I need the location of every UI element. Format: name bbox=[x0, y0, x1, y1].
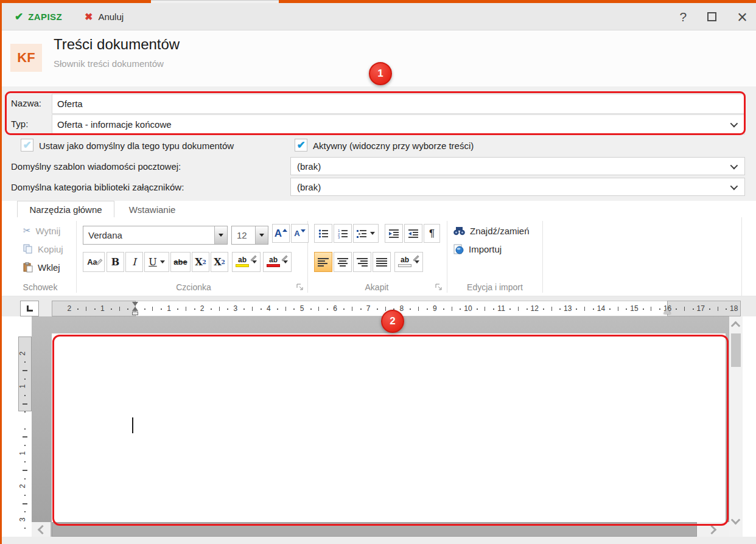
dropdown-arrow-icon bbox=[252, 260, 257, 263]
active-checkbox[interactable]: ✔ bbox=[295, 139, 307, 152]
v-scroll-down[interactable] bbox=[731, 515, 741, 525]
shrink-font-icon: A bbox=[294, 229, 299, 238]
shrink-font-button[interactable]: A bbox=[291, 224, 309, 243]
copy-button[interactable]: Kopiuj bbox=[22, 241, 65, 257]
cancel-button[interactable]: ✖ Anuluj bbox=[80, 3, 128, 30]
decrease-indent-button[interactable] bbox=[385, 224, 403, 243]
dropdown-arrow-icon bbox=[370, 232, 375, 235]
font-family-combo[interactable]: Verdana bbox=[83, 226, 228, 245]
h-scrollbar[interactable] bbox=[32, 522, 729, 537]
ribbon-right-border bbox=[741, 217, 742, 296]
save-check-icon: ✔ bbox=[15, 10, 23, 23]
tab-selector-button[interactable] bbox=[20, 301, 39, 316]
increase-indent-icon bbox=[408, 229, 419, 239]
check-icon: ✔ bbox=[296, 139, 305, 152]
h-ruler[interactable]: 21123456789101112131415161718 bbox=[52, 301, 740, 316]
v-scroll-up[interactable] bbox=[731, 321, 741, 331]
clipboard-group-label: Schowek bbox=[13, 282, 68, 292]
font-group-label: Czcionka bbox=[148, 282, 239, 292]
h-scroll-left-btn[interactable] bbox=[32, 522, 51, 537]
pilcrow-button[interactable]: ¶ bbox=[424, 224, 440, 243]
indent-marker[interactable] bbox=[131, 302, 139, 316]
font-color-button[interactable]: ab bbox=[263, 252, 292, 272]
attachment-category-value: (brak) bbox=[297, 182, 321, 192]
underline-button[interactable]: U bbox=[144, 252, 169, 272]
superscript-button[interactable]: X2 bbox=[211, 252, 228, 272]
align-center-button[interactable] bbox=[334, 252, 352, 272]
dropdown-arrow-icon[interactable] bbox=[255, 226, 268, 244]
align-left-button[interactable] bbox=[314, 252, 332, 272]
dropdown-arrow-icon bbox=[415, 260, 419, 263]
font-family-value: Verdana bbox=[83, 230, 214, 240]
import-button[interactable]: Importuj bbox=[452, 241, 503, 257]
dropdown-arrow-icon bbox=[283, 260, 288, 263]
v-ruler-margin-top bbox=[18, 337, 32, 411]
v-ruler[interactable]: 21123 bbox=[17, 316, 33, 538]
shading-button[interactable]: ab bbox=[394, 252, 423, 272]
tab-home[interactable]: Narzędzia główne bbox=[17, 201, 114, 218]
import-label: Importuj bbox=[469, 244, 502, 254]
italic-button[interactable]: I bbox=[125, 252, 143, 272]
name-input[interactable]: Oferta bbox=[52, 94, 745, 114]
align-right-button[interactable] bbox=[353, 252, 371, 272]
justify-button[interactable] bbox=[373, 252, 391, 272]
chevron-down-icon bbox=[730, 161, 738, 169]
copy-label: Kopiuj bbox=[38, 244, 63, 254]
cut-button[interactable]: ✂ Wytnij bbox=[22, 223, 61, 239]
group-separator bbox=[542, 221, 543, 293]
right-indent-marker[interactable] bbox=[663, 309, 671, 314]
clear-formatting-icon: Aa bbox=[87, 257, 97, 267]
maximize-button[interactable] bbox=[707, 12, 716, 21]
find-replace-button[interactable]: Znajdź/zamień bbox=[452, 223, 531, 239]
align-center-icon bbox=[337, 258, 348, 267]
group-separator bbox=[447, 221, 447, 293]
close-button[interactable]: × bbox=[737, 11, 747, 23]
subscript-icon: X bbox=[195, 256, 202, 268]
type-select[interactable]: Oferta - informacje końcowe bbox=[52, 114, 745, 134]
font-dialog-launcher[interactable] bbox=[296, 284, 304, 291]
chevron-down-icon bbox=[730, 182, 738, 190]
copy-icon bbox=[23, 244, 33, 254]
down-triangle-icon bbox=[301, 229, 306, 232]
ribbon: ✂ Wytnij Kopiuj Wklej Schowek Verdana 12… bbox=[2, 217, 756, 296]
bullet-list-button[interactable] bbox=[314, 224, 332, 243]
save-button[interactable]: ✔ ZAPISZ bbox=[10, 3, 67, 30]
tab-insert[interactable]: Wstawianie bbox=[114, 201, 190, 218]
paste-icon bbox=[23, 262, 33, 273]
v-scroll-thumb[interactable] bbox=[731, 333, 741, 367]
document-page[interactable] bbox=[52, 333, 726, 522]
underline-icon: U bbox=[149, 256, 156, 268]
mail-template-select[interactable]: (brak) bbox=[290, 157, 745, 175]
group-separator bbox=[76, 221, 77, 293]
numbered-list-button[interactable]: 123 bbox=[334, 224, 352, 243]
multilevel-list-icon bbox=[357, 229, 367, 239]
multilevel-list-button[interactable] bbox=[353, 224, 379, 243]
increase-indent-button[interactable] bbox=[404, 224, 422, 243]
paste-button[interactable]: Wklej bbox=[22, 259, 61, 275]
help-button[interactable]: ? bbox=[679, 10, 687, 24]
bold-button[interactable]: B bbox=[107, 252, 124, 272]
attachment-category-select[interactable]: (brak) bbox=[290, 178, 745, 196]
page-subtitle: Słownik treści dokumentów bbox=[54, 58, 164, 69]
cancel-x-icon: ✖ bbox=[85, 11, 93, 23]
font-size-combo[interactable]: 12 bbox=[231, 226, 268, 245]
h-scroll-right-btn[interactable] bbox=[707, 525, 717, 534]
type-label: Typ: bbox=[11, 119, 28, 129]
clear-formatting-button[interactable]: Aa bbox=[83, 252, 105, 272]
h-scroll-thumb[interactable] bbox=[52, 522, 697, 537]
default-checkbox[interactable]: ✔ bbox=[21, 139, 33, 152]
save-label: ZAPISZ bbox=[28, 12, 62, 22]
highlight-button[interactable]: ab bbox=[232, 252, 261, 272]
module-badge: KF bbox=[10, 44, 42, 72]
up-triangle-icon bbox=[282, 229, 287, 232]
page-title: Treści dokumentów bbox=[54, 36, 180, 53]
shading-icon: ab bbox=[398, 257, 411, 267]
dropdown-arrow-icon[interactable] bbox=[214, 226, 227, 244]
subscript-button[interactable]: X2 bbox=[192, 252, 209, 272]
grow-font-button[interactable]: A bbox=[272, 224, 290, 243]
strikethrough-button[interactable]: abe bbox=[170, 252, 191, 272]
cut-label: Wytnij bbox=[36, 226, 61, 236]
h-scroll-right-zone bbox=[697, 522, 729, 537]
paragraph-dialog-launcher[interactable] bbox=[435, 284, 443, 291]
v-scrollbar[interactable] bbox=[729, 316, 743, 537]
